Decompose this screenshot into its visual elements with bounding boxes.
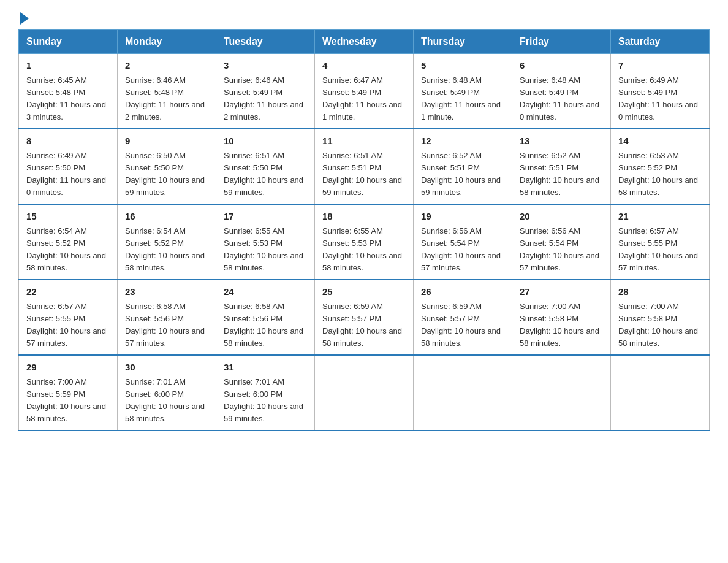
day-info: Sunrise: 6:59 AMSunset: 5:57 PMDaylight:… bbox=[322, 301, 406, 350]
logo-blue-container bbox=[18, 12, 29, 23]
day-info: Sunrise: 6:46 AMSunset: 5:48 PMDaylight:… bbox=[125, 74, 208, 124]
day-cell: 7Sunrise: 6:49 AMSunset: 5:49 PMDaylight… bbox=[611, 54, 710, 129]
logo bbox=[18, 12, 29, 23]
week-row-5: 29Sunrise: 7:00 AMSunset: 5:59 PMDayligh… bbox=[19, 355, 710, 431]
day-number: 28 bbox=[618, 285, 702, 299]
week-row-1: 1Sunrise: 6:45 AMSunset: 5:48 PMDaylight… bbox=[19, 54, 710, 129]
day-cell: 20Sunrise: 6:56 AMSunset: 5:54 PMDayligh… bbox=[512, 204, 611, 280]
day-info: Sunrise: 6:56 AMSunset: 5:54 PMDaylight:… bbox=[520, 225, 603, 275]
day-info: Sunrise: 6:49 AMSunset: 5:50 PMDaylight:… bbox=[26, 150, 110, 199]
day-number: 25 bbox=[322, 285, 406, 299]
day-info: Sunrise: 6:45 AMSunset: 5:48 PMDaylight:… bbox=[26, 74, 110, 124]
day-info: Sunrise: 6:51 AMSunset: 5:51 PMDaylight:… bbox=[322, 150, 406, 199]
header-cell-monday: Monday bbox=[118, 30, 216, 54]
day-number: 29 bbox=[26, 361, 110, 375]
day-cell: 30Sunrise: 7:01 AMSunset: 6:00 PMDayligh… bbox=[118, 355, 216, 431]
day-cell: 14Sunrise: 6:53 AMSunset: 5:52 PMDayligh… bbox=[611, 129, 710, 204]
calendar-header: SundayMondayTuesdayWednesdayThursdayFrid… bbox=[19, 30, 710, 54]
day-cell: 18Sunrise: 6:55 AMSunset: 5:53 PMDayligh… bbox=[315, 204, 414, 280]
day-cell: 1Sunrise: 6:45 AMSunset: 5:48 PMDaylight… bbox=[19, 54, 118, 129]
page-header bbox=[18, 12, 710, 23]
day-cell bbox=[414, 355, 512, 431]
day-number: 31 bbox=[224, 361, 307, 375]
day-cell bbox=[611, 355, 710, 431]
day-cell: 17Sunrise: 6:55 AMSunset: 5:53 PMDayligh… bbox=[216, 204, 315, 280]
day-cell bbox=[315, 355, 414, 431]
day-info: Sunrise: 6:50 AMSunset: 5:50 PMDaylight:… bbox=[125, 150, 208, 199]
day-info: Sunrise: 6:57 AMSunset: 5:55 PMDaylight:… bbox=[618, 225, 702, 275]
day-cell: 12Sunrise: 6:52 AMSunset: 5:51 PMDayligh… bbox=[414, 129, 512, 204]
day-number: 2 bbox=[125, 59, 208, 73]
day-info: Sunrise: 7:01 AMSunset: 6:00 PMDaylight:… bbox=[125, 376, 208, 426]
day-info: Sunrise: 6:55 AMSunset: 5:53 PMDaylight:… bbox=[224, 225, 307, 275]
day-info: Sunrise: 6:51 AMSunset: 5:50 PMDaylight:… bbox=[224, 150, 307, 199]
day-info: Sunrise: 6:53 AMSunset: 5:52 PMDaylight:… bbox=[618, 150, 702, 199]
day-number: 6 bbox=[520, 59, 603, 73]
day-cell: 23Sunrise: 6:58 AMSunset: 5:56 PMDayligh… bbox=[118, 280, 216, 355]
day-cell: 15Sunrise: 6:54 AMSunset: 5:52 PMDayligh… bbox=[19, 204, 118, 280]
day-info: Sunrise: 7:01 AMSunset: 6:00 PMDaylight:… bbox=[224, 376, 307, 426]
day-number: 15 bbox=[26, 210, 110, 224]
day-info: Sunrise: 6:58 AMSunset: 5:56 PMDaylight:… bbox=[125, 301, 208, 350]
calendar-table: SundayMondayTuesdayWednesdayThursdayFrid… bbox=[18, 29, 710, 431]
day-info: Sunrise: 6:48 AMSunset: 5:49 PMDaylight:… bbox=[421, 74, 504, 124]
day-cell: 8Sunrise: 6:49 AMSunset: 5:50 PMDaylight… bbox=[19, 129, 118, 204]
day-number: 18 bbox=[322, 210, 406, 224]
header-cell-saturday: Saturday bbox=[611, 30, 710, 54]
logo-arrow-icon bbox=[20, 12, 29, 25]
day-info: Sunrise: 6:54 AMSunset: 5:52 PMDaylight:… bbox=[125, 225, 208, 275]
day-number: 9 bbox=[125, 134, 208, 148]
day-info: Sunrise: 6:46 AMSunset: 5:49 PMDaylight:… bbox=[224, 74, 307, 124]
day-number: 30 bbox=[125, 361, 208, 375]
day-info: Sunrise: 6:48 AMSunset: 5:49 PMDaylight:… bbox=[520, 74, 603, 124]
header-cell-thursday: Thursday bbox=[414, 30, 512, 54]
week-row-4: 22Sunrise: 6:57 AMSunset: 5:55 PMDayligh… bbox=[19, 280, 710, 355]
day-cell: 31Sunrise: 7:01 AMSunset: 6:00 PMDayligh… bbox=[216, 355, 315, 431]
day-cell: 21Sunrise: 6:57 AMSunset: 5:55 PMDayligh… bbox=[611, 204, 710, 280]
day-cell: 5Sunrise: 6:48 AMSunset: 5:49 PMDaylight… bbox=[414, 54, 512, 129]
day-info: Sunrise: 6:58 AMSunset: 5:56 PMDaylight:… bbox=[224, 301, 307, 350]
day-number: 17 bbox=[224, 210, 307, 224]
day-number: 19 bbox=[421, 210, 504, 224]
day-number: 26 bbox=[421, 285, 504, 299]
day-number: 22 bbox=[26, 285, 110, 299]
week-row-2: 8Sunrise: 6:49 AMSunset: 5:50 PMDaylight… bbox=[19, 129, 710, 204]
day-number: 24 bbox=[224, 285, 307, 299]
day-number: 5 bbox=[421, 59, 504, 73]
day-number: 10 bbox=[224, 134, 307, 148]
day-info: Sunrise: 6:49 AMSunset: 5:49 PMDaylight:… bbox=[618, 74, 702, 124]
day-cell: 29Sunrise: 7:00 AMSunset: 5:59 PMDayligh… bbox=[19, 355, 118, 431]
day-info: Sunrise: 7:00 AMSunset: 5:59 PMDaylight:… bbox=[26, 376, 110, 426]
day-number: 21 bbox=[618, 210, 702, 224]
day-info: Sunrise: 6:52 AMSunset: 5:51 PMDaylight:… bbox=[520, 150, 603, 199]
day-cell: 27Sunrise: 7:00 AMSunset: 5:58 PMDayligh… bbox=[512, 280, 611, 355]
day-cell: 25Sunrise: 6:59 AMSunset: 5:57 PMDayligh… bbox=[315, 280, 414, 355]
day-cell: 24Sunrise: 6:58 AMSunset: 5:56 PMDayligh… bbox=[216, 280, 315, 355]
day-info: Sunrise: 6:47 AMSunset: 5:49 PMDaylight:… bbox=[322, 74, 406, 124]
day-number: 20 bbox=[520, 210, 603, 224]
day-cell: 28Sunrise: 7:00 AMSunset: 5:58 PMDayligh… bbox=[611, 280, 710, 355]
day-cell: 9Sunrise: 6:50 AMSunset: 5:50 PMDaylight… bbox=[118, 129, 216, 204]
day-number: 13 bbox=[520, 134, 603, 148]
day-cell: 26Sunrise: 6:59 AMSunset: 5:57 PMDayligh… bbox=[414, 280, 512, 355]
day-cell: 13Sunrise: 6:52 AMSunset: 5:51 PMDayligh… bbox=[512, 129, 611, 204]
day-info: Sunrise: 6:54 AMSunset: 5:52 PMDaylight:… bbox=[26, 225, 110, 275]
day-info: Sunrise: 6:59 AMSunset: 5:57 PMDaylight:… bbox=[421, 301, 504, 350]
day-number: 23 bbox=[125, 285, 208, 299]
day-info: Sunrise: 7:00 AMSunset: 5:58 PMDaylight:… bbox=[618, 301, 702, 350]
day-number: 1 bbox=[26, 59, 110, 73]
header-cell-wednesday: Wednesday bbox=[315, 30, 414, 54]
day-number: 14 bbox=[618, 134, 702, 148]
day-number: 12 bbox=[421, 134, 504, 148]
day-cell: 11Sunrise: 6:51 AMSunset: 5:51 PMDayligh… bbox=[315, 129, 414, 204]
day-number: 7 bbox=[618, 59, 702, 73]
header-cell-friday: Friday bbox=[512, 30, 611, 54]
calendar-body: 1Sunrise: 6:45 AMSunset: 5:48 PMDaylight… bbox=[19, 54, 710, 431]
day-number: 11 bbox=[322, 134, 406, 148]
header-row: SundayMondayTuesdayWednesdayThursdayFrid… bbox=[19, 30, 710, 54]
day-cell: 6Sunrise: 6:48 AMSunset: 5:49 PMDaylight… bbox=[512, 54, 611, 129]
day-number: 3 bbox=[224, 59, 307, 73]
day-cell: 3Sunrise: 6:46 AMSunset: 5:49 PMDaylight… bbox=[216, 54, 315, 129]
day-cell: 22Sunrise: 6:57 AMSunset: 5:55 PMDayligh… bbox=[19, 280, 118, 355]
day-number: 16 bbox=[125, 210, 208, 224]
